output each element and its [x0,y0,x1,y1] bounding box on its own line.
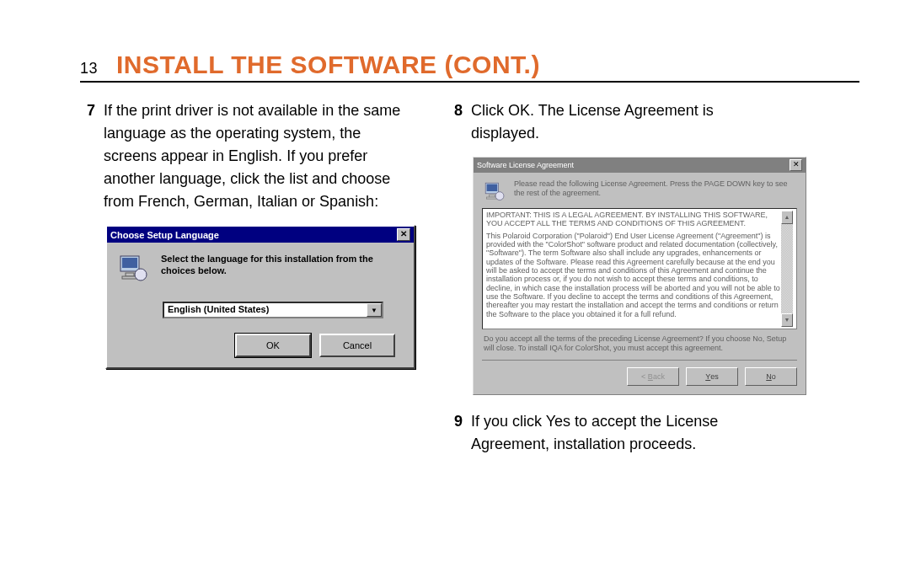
setup-icon [482,179,506,203]
step-text: If you click Yes to accept the License A… [471,410,784,456]
step-number: 8 [447,99,463,145]
ok-button[interactable]: OK [235,334,311,357]
scrollbar[interactable]: ▲ ▼ [781,211,793,327]
license-instruction: Please read the following License Agreem… [514,179,797,203]
svg-rect-2 [126,273,134,276]
license-textbox[interactable]: IMPORTANT: THIS IS A LEGAL AGREEMENT. BY… [482,208,797,329]
chevron-down-icon[interactable]: ▼ [367,303,382,317]
language-combobox[interactable]: English (United States) ▼ [163,302,383,318]
cancel-button[interactable]: Cancel [319,334,395,357]
svg-rect-6 [487,184,498,191]
svg-point-9 [495,192,504,200]
license-dialog: Software License Agreement ✕ [473,157,806,395]
choose-language-dialog: Choose Setup Language ✕ [105,225,415,369]
svg-point-4 [135,269,147,281]
scroll-up-icon[interactable]: ▲ [781,211,793,224]
close-icon[interactable]: ✕ [397,228,410,241]
step-number: 9 [447,410,463,456]
step-7: 7 If the print driver is not available i… [80,99,417,213]
dialog-titlebar[interactable]: Software License Agreement ✕ [474,158,806,173]
step-text: If the print driver is not available in … [104,99,417,213]
svg-rect-7 [489,195,495,197]
step-8: 8 Click OK. The License Agreement is dis… [447,99,784,145]
scroll-down-icon[interactable]: ▼ [781,313,793,327]
dialog-title-text: Choose Setup Language [110,230,219,240]
step-9: 9 If you click Yes to accept the License… [447,410,784,456]
dialog-message: Select the language for this installatio… [161,251,404,285]
yes-button[interactable]: Yes [686,367,738,386]
no-button[interactable]: No [745,367,797,386]
page-number: 13 [80,60,98,78]
page-title: INSTALL THE SOFTWARE (CONT.) [116,51,540,79]
svg-rect-1 [122,258,137,268]
license-heading: IMPORTANT: THIS IS A LEGAL AGREEMENT. BY… [486,211,781,228]
license-question: Do you accept all the terms of the prece… [484,334,795,353]
dialog-titlebar[interactable]: Choose Setup Language ✕ [107,227,414,243]
step-text: Click OK. The License Agreement is displ… [471,99,784,145]
back-button[interactable]: < Back [627,367,679,386]
page-header: 13 INSTALL THE SOFTWARE (CONT.) [80,51,859,83]
dialog-title-text: Software License Agreement [477,161,574,169]
step-number: 7 [80,99,95,213]
setup-icon [115,251,149,285]
license-body: This Polaroid Corporation ("Polaroid") E… [486,232,781,318]
language-selected: English (United States) [164,303,367,317]
close-icon[interactable]: ✕ [790,159,802,171]
scroll-track[interactable] [781,224,793,313]
